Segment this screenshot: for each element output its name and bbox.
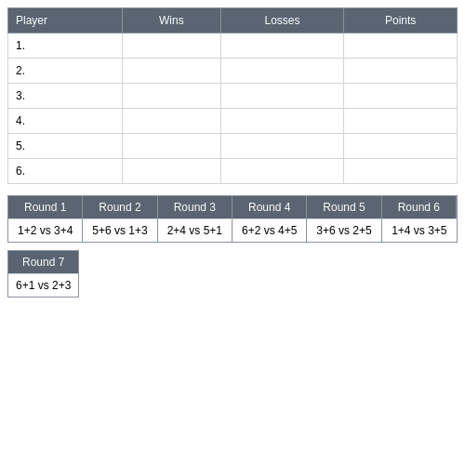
- round-4-matchup: 6+2 vs 4+5: [232, 218, 307, 242]
- player-points: [344, 109, 458, 134]
- player-wins: [123, 33, 220, 59]
- round-3-header: Round 3: [158, 196, 232, 218]
- round-5-matchup: 3+6 vs 2+5: [307, 218, 381, 242]
- col-points: Points: [344, 8, 458, 33]
- player-losses: [220, 134, 344, 159]
- player-rank: 3.: [8, 84, 123, 109]
- col-wins: Wins: [123, 8, 220, 33]
- round-6-header: Round 6: [382, 196, 457, 218]
- player-rank: 1.: [8, 33, 123, 59]
- player-losses: [220, 84, 344, 109]
- col-losses: Losses: [220, 8, 344, 33]
- player-points: [344, 134, 458, 159]
- standings-table: Player Wins Losses Points 1. 2. 3. 4.: [7, 7, 458, 184]
- round-7-matchup: 6+1 vs 2+3: [8, 273, 78, 297]
- round-1-header: Round 1: [8, 196, 83, 218]
- player-wins: [123, 134, 220, 159]
- table-row: 4.: [8, 109, 458, 134]
- round-3-matchup: 2+4 vs 5+1: [158, 218, 232, 242]
- col-player: Player: [8, 8, 123, 33]
- table-row: 6.: [8, 159, 458, 184]
- player-wins: [123, 159, 220, 184]
- player-wins: [123, 109, 220, 134]
- player-wins: [123, 59, 220, 84]
- player-rank: 2.: [8, 59, 123, 84]
- player-wins: [123, 84, 220, 109]
- round-5-header: Round 5: [307, 196, 381, 218]
- table-row: 3.: [8, 84, 458, 109]
- round-4-header: Round 4: [232, 196, 307, 218]
- table-row: 1.: [8, 33, 458, 59]
- player-points: [344, 159, 458, 184]
- player-losses: [220, 159, 344, 184]
- round-2-header: Round 2: [83, 196, 157, 218]
- table-row: 2.: [8, 59, 458, 84]
- round-6-matchup: 1+4 vs 3+5: [382, 218, 457, 242]
- player-losses: [220, 33, 344, 59]
- rounds-grid-top: Round 1 Round 2 Round 3 Round 4 Round 5 …: [7, 195, 458, 243]
- table-row: 5.: [8, 134, 458, 159]
- rounds-grid-bottom: Round 7 6+1 vs 2+3: [7, 250, 79, 298]
- player-rank: 6.: [8, 159, 123, 184]
- round-1-matchup: 1+2 vs 3+4: [8, 218, 83, 242]
- player-losses: [220, 109, 344, 134]
- player-points: [344, 59, 458, 84]
- player-rank: 5.: [8, 134, 123, 159]
- player-points: [344, 33, 458, 59]
- round-2-matchup: 5+6 vs 1+3: [83, 218, 157, 242]
- player-losses: [220, 59, 344, 84]
- player-points: [344, 84, 458, 109]
- player-rank: 4.: [8, 109, 123, 134]
- round-7-header: Round 7: [8, 251, 78, 273]
